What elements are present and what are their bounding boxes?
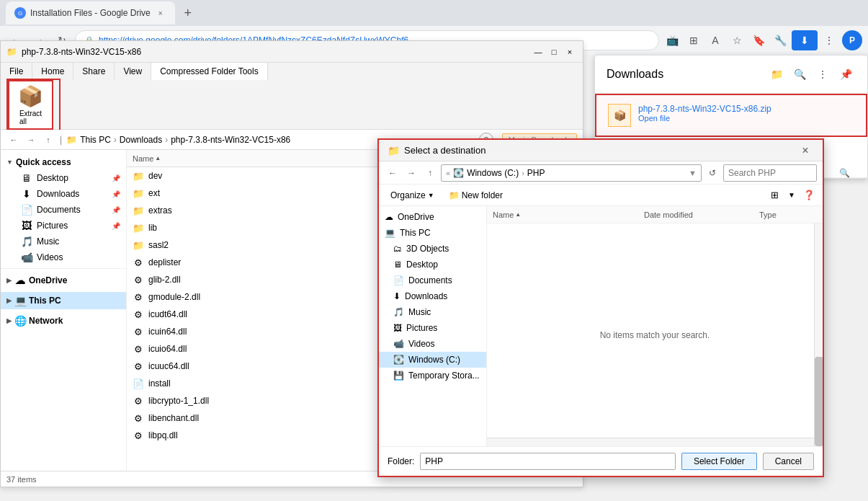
new-folder-button[interactable]: 📁 New folder: [443, 189, 509, 202]
select-folder-button[interactable]: Select Folder: [681, 453, 757, 470]
dialog-address-bar[interactable]: « 💽 Windows (C:) › PHP ▼: [441, 164, 702, 182]
download-open-link-1[interactable]: Open file: [638, 114, 854, 123]
dialog-nav-downloads[interactable]: ⬇ Downloads: [379, 288, 486, 304]
extract-all-label: Extractall: [19, 110, 42, 125]
nav-music[interactable]: 🎵 Music: [12, 234, 126, 249]
cancel-button[interactable]: Cancel: [763, 453, 814, 470]
view-toggle-button[interactable]: ⊞: [766, 187, 782, 203]
minimize-button[interactable]: —: [531, 45, 545, 59]
dialog-nav-desktop[interactable]: 🖥 Desktop: [379, 257, 486, 272]
dialog-nav-pictures[interactable]: 🖼 Pictures: [379, 320, 486, 336]
dialog-col-name[interactable]: Name ▲: [493, 210, 644, 219]
quick-access-label: Quick access: [16, 157, 71, 167]
pictures-dialog-icon: 🖼: [393, 323, 402, 333]
network-header[interactable]: ▶ 🌐 Network: [1, 312, 126, 329]
view-dropdown-button[interactable]: ▼: [784, 187, 800, 203]
cast-icon[interactable]: 📺: [662, 30, 682, 50]
dialog-content-area: No items match your search.: [487, 223, 823, 446]
more-menu-button[interactable]: ⋮: [819, 30, 839, 50]
quick-access-header[interactable]: ▼ Quick access: [1, 154, 126, 170]
dialog-body: ☁ OneDrive 💻 This PC 🗂 3D Objects 🖥 Desk…: [379, 206, 823, 446]
path-forward-button[interactable]: →: [24, 133, 38, 147]
folder-input[interactable]: [420, 453, 676, 470]
ribbon-tab-compressed[interactable]: Compressed Folder Tools: [151, 63, 268, 80]
file-icon-lib: 📁: [133, 222, 144, 234]
file-icon-libpq: ⚙: [133, 430, 144, 441]
maximize-button[interactable]: □: [547, 45, 561, 59]
onedrive-header[interactable]: ▶ ☁ OneDrive: [1, 272, 126, 289]
nav-documents[interactable]: 📄 Documents 📌: [12, 202, 126, 218]
path-back-button[interactable]: ←: [6, 133, 21, 147]
dialog-search-input[interactable]: [728, 168, 836, 178]
bookmark-icon[interactable]: 🔖: [748, 30, 769, 50]
dialog-nav-videos[interactable]: 📹 Videos: [379, 336, 486, 352]
videos-nav-icon: 📹: [21, 252, 32, 263]
translate-icon[interactable]: A: [705, 30, 725, 50]
downloads-more-button[interactable]: ⋮: [813, 64, 833, 84]
dialog-refresh-button[interactable]: ↺: [704, 165, 720, 181]
dialog-left-panel: ☁ OneDrive 💻 This PC 🗂 3D Objects 🖥 Desk…: [379, 206, 487, 446]
dialog-col-date[interactable]: Date modified: [644, 210, 759, 219]
file-icon-icuin64: ⚙: [133, 326, 144, 337]
close-button[interactable]: ×: [563, 45, 577, 59]
path-up-button[interactable]: ↑: [41, 133, 55, 147]
download-info-1: php-7.3.8-nts-Win32-VC15-x86.zip Open fi…: [638, 104, 854, 123]
organize-button[interactable]: Organize ▼: [385, 189, 440, 202]
downloads-folder-button[interactable]: 📁: [766, 64, 787, 84]
extract-all-button[interactable]: 📦 Extractall: [8, 80, 53, 130]
explorer-titlebar: 📁 php-7.3.8-nts-Win32-VC15-x86 — □ ×: [1, 41, 583, 63]
dialog-nav-thispc[interactable]: 💻 This PC: [379, 225, 486, 241]
dialog-up-button[interactable]: ↑: [422, 165, 438, 181]
download-panel-button[interactable]: ⬇: [792, 30, 818, 50]
active-tab[interactable]: G Installation Files - Google Drive ×: [6, 1, 175, 25]
3dobjects-icon: 🗂: [393, 244, 402, 254]
dialog-forward-button[interactable]: →: [403, 165, 419, 181]
dialog-nav-3dobjects[interactable]: 🗂 3D Objects: [379, 241, 486, 257]
file-icon-install: 📄: [133, 378, 144, 389]
new-tab-button[interactable]: +: [178, 3, 198, 23]
nav-videos[interactable]: 📹 Videos: [12, 249, 126, 265]
dialog-close-button[interactable]: ×: [797, 142, 814, 159]
download-file-icon-1: 📦: [608, 104, 631, 127]
dialog-back-button[interactable]: ←: [385, 165, 401, 181]
nav-pictures[interactable]: 🖼 Pictures 📌: [12, 218, 126, 234]
profile-button[interactable]: P: [842, 30, 862, 50]
dialog-nav-onedrive[interactable]: ☁ OneDrive: [379, 209, 486, 225]
dialog-nav-music[interactable]: 🎵 Music: [379, 304, 486, 320]
ribbon-tab-view[interactable]: View: [115, 63, 151, 80]
path-downloads[interactable]: Downloads: [120, 135, 162, 145]
dialog-scrollbar-thumb[interactable]: [815, 357, 823, 446]
dialog-scrollbar[interactable]: [814, 223, 823, 446]
ribbon-tab-file[interactable]: File: [1, 63, 32, 80]
documents-dialog-icon: 📄: [393, 275, 404, 285]
downloads-search-button[interactable]: 🔍: [789, 64, 810, 84]
download-filename-1: php-7.3.8-nts-Win32-VC15-x86.zip: [638, 104, 854, 114]
ribbon-tab-home[interactable]: Home: [32, 63, 73, 80]
organize-chevron-icon: ▼: [428, 192, 434, 199]
dialog-nav-bar: ← → ↑ « 💽 Windows (C:) › PHP ▼ ↺ 🔍: [379, 161, 823, 185]
dialog-nav-documents[interactable]: 📄 Documents: [379, 272, 486, 288]
dialog-col-type[interactable]: Type: [759, 210, 817, 219]
nav-downloads[interactable]: ⬇ Downloads 📌: [12, 186, 126, 202]
documents-nav-icon: 📄: [21, 204, 32, 216]
download-item-1[interactable]: 📦 php-7.3.8-nts-Win32-VC15-x86.zip Open …: [595, 94, 867, 137]
item-count: 37 items: [6, 475, 37, 484]
path-thispc[interactable]: This PC: [80, 135, 111, 145]
tab-close-button[interactable]: ×: [155, 7, 166, 19]
nav-desktop[interactable]: 🖥 Desktop 📌: [12, 170, 126, 186]
file-icon-glib: ⚙: [133, 274, 144, 285]
star-icon[interactable]: ☆: [727, 30, 747, 50]
thispc-header[interactable]: ▶ 💻 This PC: [1, 292, 126, 309]
network-icon: 🌐: [14, 315, 26, 327]
path-php-folder[interactable]: php-7.3.8-nts-Win32-VC15-x86: [171, 135, 290, 145]
dialog-hscrollbar[interactable]: [487, 438, 814, 446]
ribbon-tab-share[interactable]: Share: [73, 63, 115, 80]
extension-icon[interactable]: 🔧: [770, 30, 790, 50]
dialog-help-button[interactable]: ❓: [801, 187, 817, 203]
downloads-title: Downloads: [607, 68, 766, 81]
dialog-nav-tempstorage[interactable]: 💾 Temporary Stora...: [379, 368, 486, 383]
downloads-pin-button[interactable]: 📌: [836, 64, 856, 84]
grid-icon[interactable]: ⊞: [684, 30, 704, 50]
dialog-nav-windowsc[interactable]: 💽 Windows (C:): [379, 352, 486, 368]
onedrive-icon: ☁: [14, 275, 26, 286]
